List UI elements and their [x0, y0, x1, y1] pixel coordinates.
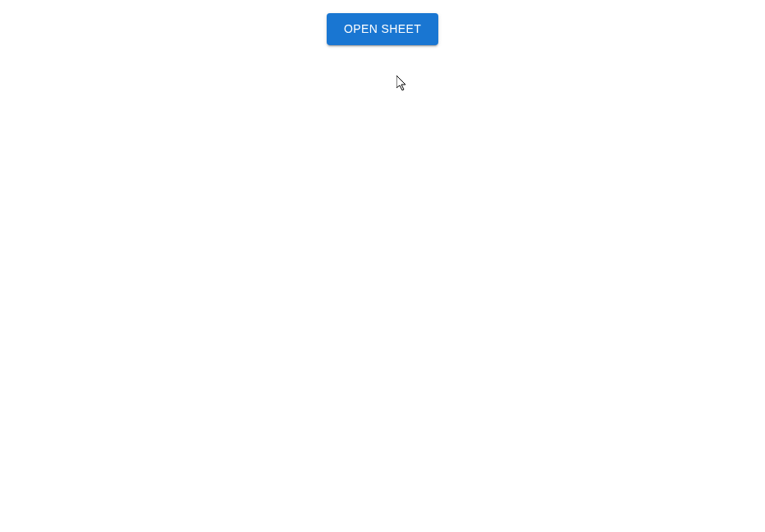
cursor-icon: [396, 76, 410, 92]
open-sheet-button[interactable]: Open sheet: [327, 13, 438, 45]
main-container: Open sheet: [0, 0, 765, 45]
